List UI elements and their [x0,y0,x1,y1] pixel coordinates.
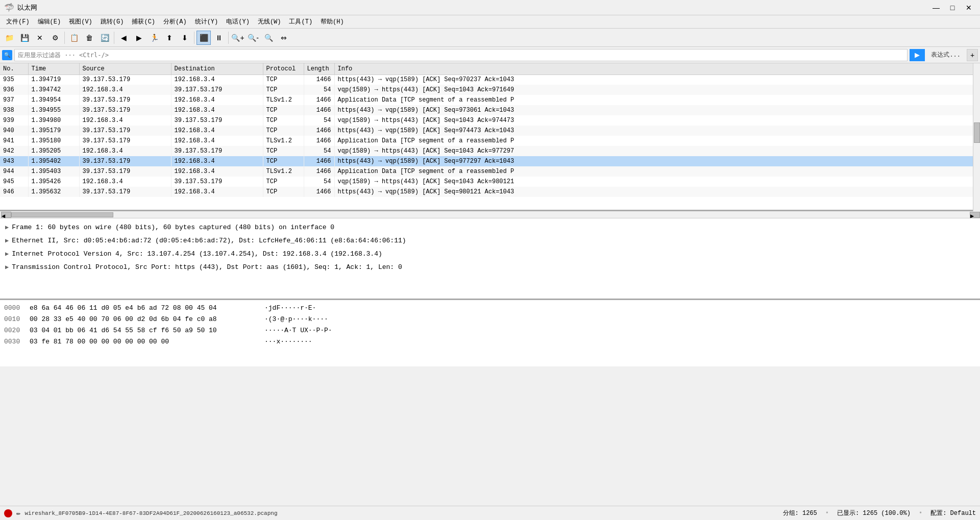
table-row[interactable]: 9421.395205192.168.3.439.137.53.179TCP54… [0,146,980,156]
toolbar-delete-button[interactable]: 🗑 [82,31,96,45]
toolbar-go-button[interactable]: 🏃 [147,31,161,45]
toolbar-zoom-out-button[interactable]: 🔍- [246,31,260,45]
table-cell: 39.137.53.179 [171,146,263,156]
table-cell: 192.168.3.4 [171,95,263,105]
table-cell: 39.137.53.179 [79,156,171,166]
table-cell: vqp(1589) → https(443) [ACK] Seq=1043 Ac… [334,85,980,95]
table-cell: 943 [0,156,28,166]
table-row[interactable]: 9461.39563239.137.53.179192.168.3.4TCP14… [0,187,980,197]
detail-row-tcp[interactable]: ▶Transmission Control Protocol, Src Port… [4,260,976,274]
packet-list-scrollbar[interactable] [973,63,980,211]
toolbar-zoom-reset-button[interactable]: 🔍 [261,31,276,45]
toolbar-save-button[interactable]: 💾 [17,31,32,45]
table-cell: TCP [263,177,304,187]
table-row[interactable]: 9391.394980192.168.3.439.137.53.179TCP54… [0,115,980,126]
table-cell: 1.395179 [28,126,79,136]
toolbar-capture-button[interactable]: ⬛ [197,31,211,45]
table-cell: TCP [263,115,304,126]
toolbar-reload-button[interactable]: 🔄 [97,31,112,45]
menu-item-v[interactable]: 视图(V) [65,16,96,27]
table-row[interactable]: 9451.395426192.168.3.439.137.53.179TCP54… [0,177,980,187]
hex-row: 0000 e8 6a 64 46 06 11 d0 05 e4 b6 ad 72… [4,302,976,313]
status-filename: wireshark_8F0705B9-1D14-4E87-8F67-83DF2A… [24,510,277,516]
minimize-button[interactable]: — [929,2,943,13]
table-row[interactable]: 9351.39471939.137.53.179192.168.3.4TCP14… [0,75,980,85]
toolbar-options-button[interactable]: ⚙ [48,31,62,45]
menu-item-g[interactable]: 跳转(G) [96,16,128,27]
filter-expr-label[interactable]: 表达式... [927,51,965,59]
filter-add-button[interactable]: + [967,49,978,61]
detail-row-ip[interactable]: ▶Internet Protocol Version 4, Src: 13.10… [4,247,976,260]
menu-item-w[interactable]: 无线(W) [254,16,285,27]
toolbar-open-button[interactable]: 📁 [2,31,16,45]
packet-table-header: No. Time Source Destination Protocol Len… [0,63,980,75]
table-row[interactable]: 9441.39540339.137.53.179192.168.3.4TLSv1… [0,166,980,177]
menu-item-y[interactable]: 统计(Y) [191,16,223,27]
hex-bytes: e8 6a 64 46 06 11 d0 05 e4 b6 ad 72 08 0… [30,304,259,312]
packet-list-scrollbar-thumb[interactable] [974,122,980,143]
close-button[interactable]: ✕ [962,2,976,13]
h-scroll-right[interactable]: ▶ [970,212,980,218]
header-info: Info [334,63,980,75]
toolbar-forward-button[interactable]: ▶ [132,31,146,45]
maximize-button[interactable]: □ [945,2,960,13]
status-groups: 分组: 1265 [783,509,817,517]
toolbar-down-button[interactable]: ⬇ [178,31,192,45]
table-row[interactable]: 9361.394742192.168.3.439.137.53.179TCP54… [0,85,980,95]
toolbar-resize-button[interactable]: ⇔ [277,31,291,45]
toolbar-sep-4 [228,32,229,44]
table-cell: TCP [263,156,304,166]
header-length: Length [304,63,334,75]
toolbar-zoom-in-button[interactable]: 🔍+ [231,31,245,45]
menu-item-h[interactable]: 帮助(H) [316,16,348,27]
table-cell: 39.137.53.179 [79,75,171,85]
packet-table-body: 9351.39471939.137.53.179192.168.3.4TCP14… [0,75,980,197]
h-scrollbar[interactable]: ◀ ▶ [0,211,980,218]
table-cell: https(443) → vqp(1589) [ACK] Seq=974473 … [334,126,980,136]
toolbar-back-button[interactable]: ◀ [116,31,131,45]
table-cell: 937 [0,95,28,105]
hex-offset: 0030 [4,338,30,345]
detail-row-frame[interactable]: ▶Frame 1: 60 bytes on wire (480 bits), 6… [4,220,976,234]
menu-item-f[interactable]: 文件(F) [2,16,34,27]
table-cell: 1466 [304,156,334,166]
filter-apply-button[interactable]: ▶ [910,49,925,61]
table-cell: vqp(1589) → https(443) [ACK] Seq=1043 Ac… [334,177,980,187]
h-scroll-thumb[interactable] [11,212,113,217]
menu-item-a[interactable]: 分析(A) [159,16,191,27]
h-scroll-left[interactable]: ◀ [1,212,11,218]
detail-text: Transmission Control Protocol, Src Port:… [12,263,402,271]
menu-item-e[interactable]: 编辑(E) [34,16,65,27]
status-displayed: 已显示: 1265 (100.0%) [837,509,911,517]
table-row[interactable]: 9371.39495439.137.53.179192.168.3.4TLSv1… [0,95,980,105]
table-row[interactable]: 9431.39540239.137.53.179192.168.3.4TCP14… [0,156,980,166]
table-cell: 192.168.3.4 [171,166,263,177]
toolbar-up-button[interactable]: ⬆ [162,31,177,45]
capture-status-icon [4,509,12,517]
menu-item-y[interactable]: 电话(Y) [222,16,254,27]
detail-text: Ethernet II, Src: d0:05:e4:b6:ad:72 (d0:… [12,237,406,244]
table-row[interactable]: 9401.39517939.137.53.179192.168.3.4TCP14… [0,126,980,136]
detail-row-ethernet[interactable]: ▶Ethernet II, Src: d0:05:e4:b6:ad:72 (d0… [4,234,976,247]
table-cell: 39.137.53.179 [79,105,171,115]
table-cell: TLSv1.2 [263,95,304,105]
hex-ascii: ·····A·T UX··P·P· [264,327,332,334]
table-row[interactable]: 9411.39518039.137.53.179192.168.3.4TLSv1… [0,136,980,146]
table-cell: https(443) → vqp(1589) [ACK] Seq=980121 … [334,187,980,197]
table-cell: TCP [263,146,304,156]
toolbar-close-button[interactable]: ✕ [33,31,47,45]
menu-item-c[interactable]: 捕获(C) [128,16,159,27]
table-cell: 192.168.3.4 [79,177,171,187]
window-controls: — □ ✕ [929,2,976,13]
table-cell: 192.168.3.4 [171,105,263,115]
table-cell: 1466 [304,136,334,146]
detail-text: Frame 1: 60 bytes on wire (480 bits), 60… [12,224,334,231]
filter-input[interactable] [14,49,908,61]
toolbar-new-button[interactable]: 📋 [67,31,81,45]
packet-list[interactable]: No. Time Source Destination Protocol Len… [0,63,980,211]
hex-ascii: ·(3·@·p····k···· [264,315,328,323]
table-row[interactable]: 9381.39495539.137.53.179192.168.3.4TCP14… [0,105,980,115]
table-cell: 39.137.53.179 [79,136,171,146]
toolbar-pause-button[interactable]: ⏸ [212,31,226,45]
menu-item-t[interactable]: 工具(T) [285,16,316,27]
